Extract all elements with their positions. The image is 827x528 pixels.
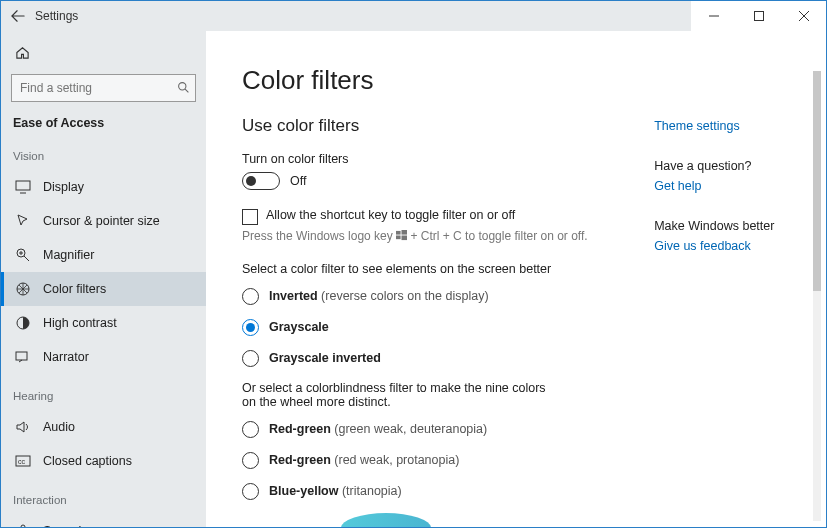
narrator-icon <box>15 349 31 365</box>
svg-rect-2 <box>16 181 30 190</box>
content-area: Color filters Use color filters Turn on … <box>206 31 826 527</box>
sidebar-item-display[interactable]: Display <box>1 170 206 204</box>
monitor-icon <box>15 179 31 195</box>
sidebar-item-audio[interactable]: Audio <box>1 410 206 444</box>
radio-grayscale[interactable]: Grayscale <box>242 319 614 336</box>
minimize-icon <box>709 11 719 21</box>
radio-label: Red-green <box>269 422 331 436</box>
radio-deuteranopia[interactable]: Red-green (green weak, deuteranopia) <box>242 421 614 438</box>
contrast-icon <box>15 315 31 331</box>
svg-point-1 <box>179 83 186 90</box>
sidebar-item-label: Display <box>43 180 84 194</box>
sidebar-item-label: High contrast <box>43 316 117 330</box>
cursor-icon <box>15 213 31 229</box>
radio-label: Red-green <box>269 453 331 467</box>
scrollbar[interactable] <box>813 71 821 521</box>
svg-rect-6 <box>16 352 27 360</box>
feedback-link[interactable]: Give us feedback <box>654 239 826 253</box>
color-filters-icon <box>15 281 31 297</box>
svg-rect-9 <box>21 525 25 527</box>
sidebar-item-label: Narrator <box>43 350 89 364</box>
search-icon <box>177 80 190 98</box>
search-field-wrap <box>11 74 196 102</box>
group-label-interaction: Interaction <box>1 488 206 514</box>
toggle-label: Turn on color filters <box>242 152 614 166</box>
sidebar-item-label: Magnifier <box>43 248 94 262</box>
radio-tritanopia[interactable]: Blue-yellow (tritanopia) <box>242 483 614 500</box>
shortcut-checkbox-label: Allow the shortcut key to toggle filter … <box>266 208 515 222</box>
radio-protanopia[interactable]: Red-green (red weak, protanopia) <box>242 452 614 469</box>
radio-label: Grayscale inverted <box>269 351 381 365</box>
sidebar-item-color-filters[interactable]: Color filters <box>1 272 206 306</box>
category-header: Ease of Access <box>1 114 206 144</box>
home-button[interactable] <box>1 41 206 72</box>
toggle-state: Off <box>290 174 306 188</box>
sidebar-item-label: Cursor & pointer size <box>43 214 160 228</box>
feedback-heading: Make Windows better <box>654 219 826 233</box>
sidebar-item-label: Speech <box>43 524 85 527</box>
magnifier-icon <box>15 247 31 263</box>
maximize-button[interactable] <box>736 1 781 31</box>
back-button[interactable] <box>1 9 35 23</box>
question-heading: Have a question? <box>654 159 826 173</box>
group-label-hearing: Hearing <box>1 384 206 410</box>
speech-icon <box>15 523 31 527</box>
radio-grayscale-inverted[interactable]: Grayscale inverted <box>242 350 614 367</box>
arrow-left-icon <box>11 9 25 23</box>
sidebar-item-narrator[interactable]: Narrator <box>1 340 206 374</box>
audio-icon <box>15 419 31 435</box>
maximize-icon <box>754 11 764 21</box>
window-controls <box>691 1 826 31</box>
close-button[interactable] <box>781 1 826 31</box>
search-input[interactable] <box>11 74 196 102</box>
svg-rect-12 <box>396 235 401 239</box>
sidebar-item-closed-captions[interactable]: cc Closed captions <box>1 444 206 478</box>
page-subtitle: Use color filters <box>242 116 614 136</box>
sidebar-item-high-contrast[interactable]: High contrast <box>1 306 206 340</box>
svg-rect-0 <box>754 12 763 21</box>
sidebar-item-speech[interactable]: Speech <box>1 514 206 527</box>
window-title: Settings <box>35 9 78 23</box>
svg-rect-10 <box>396 231 401 235</box>
radio-label: Inverted <box>269 289 318 303</box>
close-icon <box>799 11 809 21</box>
filter-intro: Select a color filter to see elements on… <box>242 262 614 276</box>
color-filters-toggle[interactable] <box>242 172 280 190</box>
sidebar-item-magnifier[interactable]: Magnifier <box>1 238 206 272</box>
radio-label: Grayscale <box>269 320 329 334</box>
group-label-vision: Vision <box>1 144 206 170</box>
sidebar-item-label: Closed captions <box>43 454 132 468</box>
sidebar: Ease of Access Vision Display Cursor & p… <box>1 31 206 527</box>
radio-label: Blue-yellow <box>269 484 338 498</box>
titlebar: Settings <box>1 1 826 31</box>
page-title: Color filters <box>242 65 614 96</box>
scrollbar-thumb[interactable] <box>813 71 821 291</box>
minimize-button[interactable] <box>691 1 736 31</box>
theme-settings-link[interactable]: Theme settings <box>654 119 826 133</box>
shortcut-hint: Press the Windows logo key + Ctrl + C to… <box>242 229 614 244</box>
home-icon <box>15 45 30 60</box>
windows-key-icon <box>396 230 407 244</box>
svg-text:cc: cc <box>18 458 26 465</box>
radio-inverted[interactable]: Inverted (reverse colors on the display) <box>242 288 614 305</box>
sidebar-item-label: Color filters <box>43 282 106 296</box>
cc-icon: cc <box>15 453 31 469</box>
shortcut-checkbox[interactable] <box>242 209 258 225</box>
colorblind-intro: Or select a colorblindness filter to mak… <box>242 381 562 409</box>
sidebar-item-cursor[interactable]: Cursor & pointer size <box>1 204 206 238</box>
get-help-link[interactable]: Get help <box>654 179 826 193</box>
sidebar-item-label: Audio <box>43 420 75 434</box>
